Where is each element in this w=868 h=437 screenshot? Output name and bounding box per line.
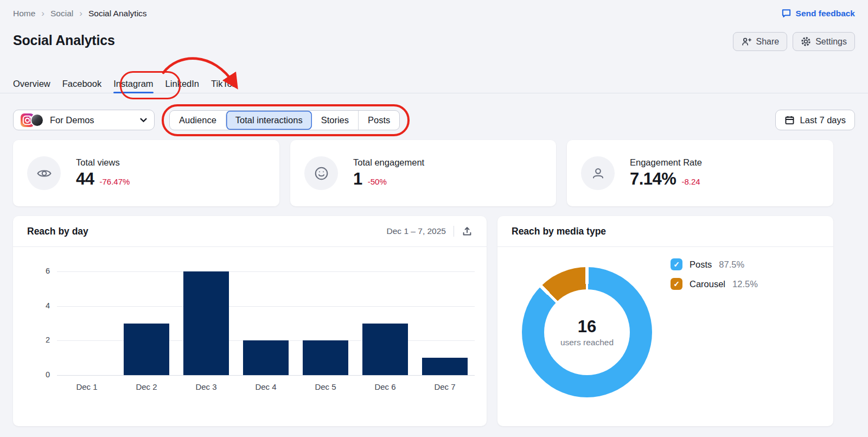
legend-percentage: 87.5% [719, 259, 744, 270]
tab-linkedin[interactable]: LinkedIn [165, 74, 199, 93]
x-label-dec-2: Dec 2 [119, 382, 174, 391]
segmented-control: AudienceTotal interactionsStoriesPosts [169, 110, 400, 130]
legend-label: Carousel [690, 279, 725, 289]
chevron-right-icon: › [79, 9, 82, 18]
gridline-0 [57, 375, 475, 376]
donut-center: 16 users reached [544, 289, 630, 375]
divider [454, 226, 454, 237]
person-icon [581, 156, 615, 190]
feedback-bubble-icon [781, 8, 792, 18]
gear-icon [801, 36, 811, 47]
segment-posts[interactable]: Posts [358, 111, 399, 130]
tab-instagram[interactable]: Instagram [113, 74, 153, 93]
bar-dec-7 [422, 358, 468, 375]
stat-change: -8.24 [681, 177, 700, 186]
y-tick-0: 0 [31, 370, 50, 379]
social-analytics-page: Home›Social›Social Analytics Send feedba… [0, 0, 868, 437]
date-range-label: Last 7 days [800, 115, 846, 125]
account-selector[interactable]: For Demos [13, 110, 155, 130]
stat-change: -76.47% [99, 177, 130, 186]
donut-center-label: users reached [560, 338, 614, 347]
segment-total-interactions[interactable]: Total interactions [226, 111, 312, 130]
checkbox-icon-carousel[interactable]: ✓ [671, 278, 682, 290]
tab-bar: OverviewFacebookInstagramLinkedInTikTok [0, 74, 868, 93]
stat-card-total-engagement: Total engagement 1 -50% [290, 140, 556, 206]
settings-label: Settings [815, 37, 847, 47]
legend-label: Posts [690, 259, 712, 270]
stat-change: -50% [368, 177, 387, 186]
breadcrumb-item-social-analytics: Social Analytics [88, 9, 147, 18]
gridline-4 [57, 306, 475, 307]
export-icon[interactable] [462, 226, 473, 237]
page-title: Social Analytics [13, 33, 115, 48]
breadcrumb-item-home[interactable]: Home [13, 9, 35, 18]
stat-value: 7.14% [630, 169, 676, 189]
donut-center-value: 16 [578, 317, 596, 337]
x-label-dec-4: Dec 4 [239, 382, 293, 391]
x-label-dec-7: Dec 7 [418, 382, 472, 391]
account-avatar [30, 113, 44, 127]
x-label-dec-3: Dec 3 [179, 382, 233, 391]
y-tick-4: 4 [31, 301, 50, 310]
panel-title-reach-by-day: Reach by day [27, 226, 88, 237]
settings-button[interactable]: Settings [793, 32, 855, 51]
y-tick-6: 6 [31, 267, 50, 275]
legend-item-carousel[interactable]: ✓Carousel12.5% [671, 278, 758, 290]
panel-title-reach-by-media-type: Reach by media type [512, 226, 606, 237]
account-name: For Demos [50, 115, 94, 125]
reach-by-media-type-panel: Reach by media type 16 users reached ✓Po… [497, 216, 833, 426]
y-tick-2: 2 [31, 335, 50, 344]
person-plus-icon [741, 36, 751, 47]
x-label-dec-5: Dec 5 [298, 382, 353, 391]
stat-card-total-views: Total views 44 -76.47% [13, 140, 279, 206]
bar-dec-2 [124, 324, 169, 376]
tab-tiktok[interactable]: TikTok [211, 74, 237, 93]
checkbox-icon-posts[interactable]: ✓ [671, 258, 682, 270]
smiley-icon [304, 156, 338, 190]
chevron-right-icon: › [41, 9, 44, 18]
chart-date-range: Dec 1 – 7, 2025 [387, 226, 446, 236]
stat-label: Total engagement [353, 157, 424, 168]
gridline-6 [57, 271, 475, 272]
breadcrumb: Home›Social›Social Analytics [13, 9, 147, 18]
breadcrumb-item-social[interactable]: Social [50, 9, 73, 18]
bar-dec-3 [183, 271, 229, 375]
stat-label: Engagement Rate [630, 157, 702, 168]
legend-item-posts[interactable]: ✓Posts87.5% [671, 258, 758, 270]
x-label-dec-1: Dec 1 [60, 382, 114, 391]
tab-facebook[interactable]: Facebook [62, 74, 101, 93]
share-button[interactable]: Share [733, 32, 787, 51]
x-label-dec-6: Dec 6 [358, 382, 412, 391]
eye-icon [27, 156, 61, 190]
bar-dec-6 [362, 324, 408, 376]
send-feedback-link[interactable]: Send feedback [781, 8, 855, 18]
stat-value: 1 [353, 169, 362, 189]
bar-dec-4 [243, 340, 289, 375]
stat-value: 44 [76, 169, 94, 189]
date-range-button[interactable]: Last 7 days [775, 110, 855, 130]
send-feedback-label: Send feedback [796, 9, 855, 18]
legend-percentage: 12.5% [732, 279, 758, 289]
calendar-icon [784, 115, 795, 125]
segment-stories[interactable]: Stories [312, 111, 358, 130]
chevron-down-icon [140, 118, 147, 123]
share-label: Share [756, 37, 779, 47]
donut-legend: ✓Posts87.5%✓Carousel12.5% [671, 258, 758, 290]
reach-by-day-panel: Reach by day Dec 1 – 7, 2025 0246Dec 1De… [13, 216, 487, 426]
stat-card-engagement-rate: Engagement Rate 7.14% -8.24 [567, 140, 833, 206]
donut-chart: 16 users reached [522, 267, 652, 397]
tab-overview[interactable]: Overview [13, 74, 50, 93]
header-buttons: Share Settings [733, 32, 855, 51]
bar-dec-5 [303, 340, 348, 375]
segment-audience[interactable]: Audience [170, 111, 226, 130]
stat-label: Total views [76, 157, 130, 168]
tabs: OverviewFacebookInstagramLinkedInTikTok [13, 74, 237, 93]
